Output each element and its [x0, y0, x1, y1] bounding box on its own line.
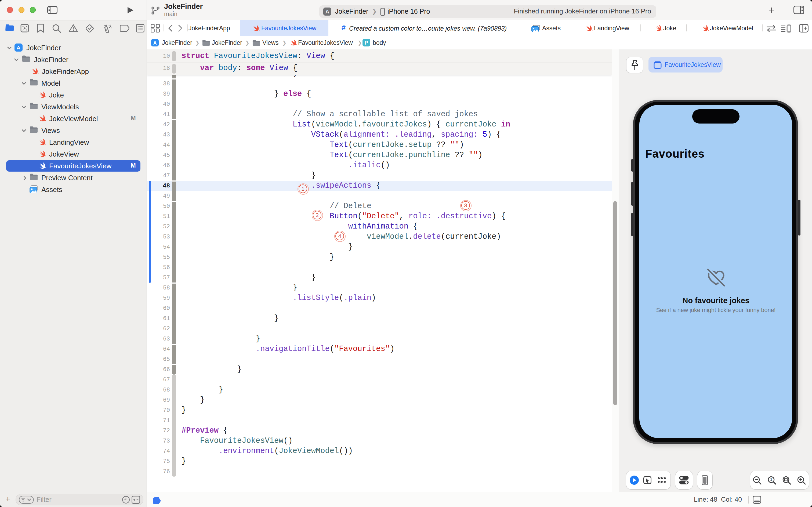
svg-text:1: 1: [770, 477, 772, 482]
